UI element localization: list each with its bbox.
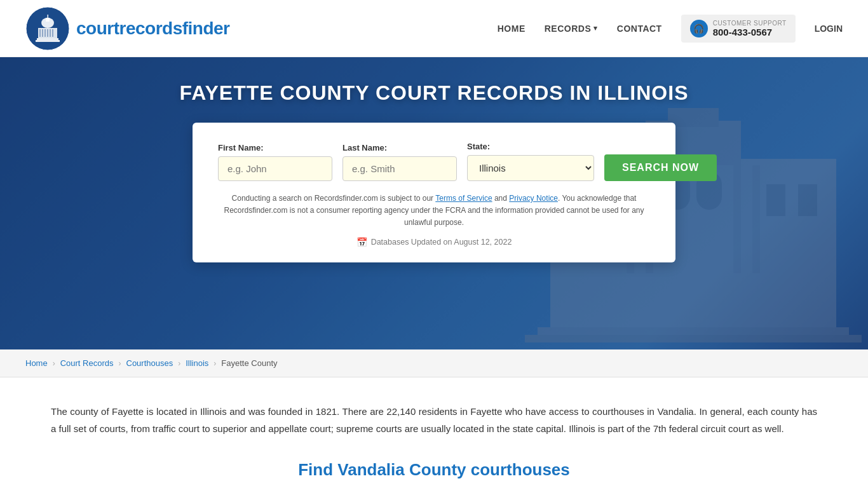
privacy-link[interactable]: Privacy Notice: [509, 194, 558, 203]
svg-rect-9: [50, 29, 51, 37]
first-name-input[interactable]: [218, 156, 332, 181]
first-name-label: First Name:: [218, 143, 332, 152]
breadcrumb: Home › Court Records › Courthouses › Ill…: [0, 349, 868, 377]
headphone-icon: 🎧: [690, 20, 708, 37]
last-name-input[interactable]: [342, 156, 457, 181]
support-info: CUSTOMER SUPPORT 800-433-0567: [713, 20, 787, 37]
section-title: Find Vandalia County courthouses: [51, 460, 817, 480]
nav-home[interactable]: HOME: [498, 24, 526, 34]
state-group: State: AlabamaAlaskaArizonaArkansasCalif…: [467, 142, 594, 181]
breadcrumb-court-records[interactable]: Court Records: [60, 358, 114, 368]
calendar-icon: 📅: [356, 237, 367, 247]
nav-contact[interactable]: CONTACT: [617, 24, 662, 34]
separator-1: ›: [53, 359, 55, 368]
logo-text: courtrecordsfinder: [76, 18, 230, 39]
support-label: CUSTOMER SUPPORT: [713, 20, 787, 27]
nav-records[interactable]: RECORDS ▾: [545, 24, 598, 34]
svg-rect-10: [52, 29, 53, 37]
svg-rect-8: [47, 29, 48, 37]
last-name-label: Last Name:: [342, 143, 457, 152]
terms-link[interactable]: Terms of Service: [435, 194, 492, 203]
support-area[interactable]: 🎧 CUSTOMER SUPPORT 800-433-0567: [681, 15, 796, 43]
svg-rect-3: [48, 15, 49, 18]
state-select[interactable]: AlabamaAlaskaArizonaArkansasCaliforniaCo…: [467, 155, 594, 181]
logo-icon: [25, 6, 70, 51]
site-header: courtrecordsfinder HOME RECORDS ▾ CONTAC…: [0, 0, 868, 57]
breadcrumb-courthouses[interactable]: Courthouses: [126, 358, 173, 368]
main-nav: HOME RECORDS ▾ CONTACT 🎧 CUSTOMER SUPPOR…: [498, 15, 843, 43]
chevron-down-icon: ▾: [593, 24, 598, 32]
first-name-group: First Name:: [218, 143, 332, 181]
hero-section: FAYETTE COUNTY COURT RECORDS IN ILLINOIS…: [0, 57, 868, 349]
separator-2: ›: [119, 359, 121, 368]
intro-paragraph: The county of Fayette is located in Illi…: [51, 403, 817, 437]
search-card: First Name: Last Name: State: AlabamaAla…: [193, 123, 675, 262]
svg-rect-12: [36, 40, 60, 42]
breadcrumb-home[interactable]: Home: [25, 358, 48, 368]
svg-rect-7: [44, 29, 46, 37]
last-name-group: Last Name:: [342, 143, 457, 181]
svg-rect-6: [42, 29, 43, 37]
breadcrumb-illinois[interactable]: Illinois: [186, 358, 208, 368]
state-label: State:: [467, 142, 594, 151]
disclaimer-text: Conducting a search on Recordsfinder.com…: [218, 193, 650, 229]
login-button[interactable]: LOGIN: [815, 24, 843, 34]
logo[interactable]: courtrecordsfinder: [25, 6, 230, 51]
support-number: 800-433-0567: [713, 27, 787, 37]
svg-rect-5: [39, 29, 41, 37]
separator-4: ›: [214, 359, 216, 368]
page-title: FAYETTE COUNTY COURT RECORDS IN ILLINOIS: [180, 81, 689, 105]
search-button[interactable]: SEARCH NOW: [604, 154, 717, 181]
svg-rect-11: [37, 38, 58, 40]
db-updated: 📅 Databases Updated on August 12, 2022: [218, 237, 650, 247]
search-form-row: First Name: Last Name: State: AlabamaAla…: [218, 142, 650, 181]
separator-3: ›: [178, 359, 180, 368]
main-content: The county of Fayette is located in Illi…: [0, 377, 868, 488]
breadcrumb-current: Fayette County: [221, 358, 277, 368]
